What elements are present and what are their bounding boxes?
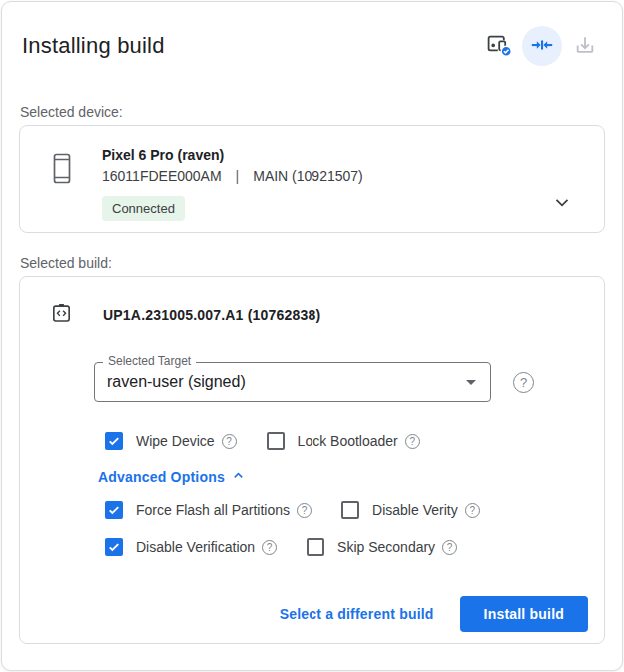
lock-bootloader-help-icon[interactable]: ? [405, 434, 420, 449]
wipe-device-label: Wipe Device [136, 433, 215, 449]
build-name: UP1A.231005.007.A1 (10762838) [103, 307, 320, 323]
smartphone-icon [50, 152, 74, 190]
footer-actions: Select a different build Install build [50, 596, 588, 632]
advanced-options-row-1: Force Flash all Partitions ? Disable Ver… [94, 501, 588, 519]
select-different-build-button[interactable]: Select a different build [280, 606, 434, 622]
dropdown-caret-icon [466, 380, 476, 385]
status-badge: Connected [102, 196, 185, 221]
build-head: UP1A.231005.007.A1 (10762838) [50, 301, 588, 329]
force-flash-label: Force Flash all Partitions [136, 502, 290, 518]
install-build-button[interactable]: Install build [460, 596, 588, 632]
device-serial-row: 16011FDEE000AM | MAIN (10921507) [102, 168, 363, 184]
advanced-options-label: Advanced Options [98, 469, 225, 485]
device-branch: MAIN (10921507) [253, 168, 363, 184]
chevron-up-icon [231, 468, 246, 486]
flash-button[interactable] [522, 26, 562, 66]
page-title: Installing build [22, 33, 165, 59]
device-connected-icon [486, 32, 513, 60]
selected-device-label: Selected device: [19, 104, 605, 120]
selected-target-value: raven-user (signed) [107, 373, 246, 391]
advanced-options-row-2: Disable Verification ? Skip Secondary ? [94, 538, 588, 556]
force-flash-option[interactable]: Force Flash all Partitions ? [105, 501, 312, 519]
target-field-row: Selected Target raven-user (signed) ? [94, 362, 588, 402]
lock-bootloader-checkbox[interactable] [267, 432, 285, 450]
header-icon-group [479, 26, 605, 66]
wipe-device-checkbox[interactable] [105, 432, 123, 450]
skip-secondary-checkbox[interactable] [307, 538, 324, 556]
advanced-options-toggle[interactable]: Advanced Options [98, 468, 246, 486]
device-connected-button[interactable] [479, 26, 519, 66]
build-code-icon [50, 301, 73, 329]
lock-bootloader-label: Lock Bootloader [298, 433, 398, 449]
device-name: Pixel 6 Pro (raven) [102, 147, 363, 163]
disable-verification-help-icon[interactable]: ? [262, 540, 277, 555]
disable-verity-option[interactable]: Disable Verity ? [341, 501, 480, 519]
disable-verification-option[interactable]: Disable Verification ? [105, 538, 277, 556]
installing-build-panel: Installing build [1, 1, 623, 671]
disable-verity-help-icon[interactable]: ? [465, 503, 480, 518]
chevron-down-icon[interactable] [550, 190, 574, 218]
selected-target-select[interactable]: Selected Target raven-user (signed) [94, 362, 491, 402]
basic-options-row: Wipe Device ? Lock Bootloader ? [94, 432, 588, 450]
wipe-device-help-icon[interactable]: ? [222, 434, 237, 449]
selected-build-label: Selected build: [19, 255, 605, 271]
header: Installing build [19, 26, 605, 66]
device-info: Pixel 6 Pro (raven) 16011FDEE000AM | MAI… [102, 147, 363, 221]
device-serial: 16011FDEE000AM [102, 168, 222, 184]
download-button[interactable] [565, 26, 605, 66]
wipe-device-option[interactable]: Wipe Device ? [105, 432, 237, 450]
force-flash-help-icon[interactable]: ? [297, 503, 312, 518]
build-card: UP1A.231005.007.A1 (10762838) Selected T… [19, 276, 605, 644]
download-icon [574, 34, 596, 59]
flash-icon [530, 33, 554, 60]
force-flash-checkbox[interactable] [105, 501, 123, 519]
selected-target-floating-label: Selected Target [103, 354, 196, 368]
disable-verification-checkbox[interactable] [105, 538, 123, 556]
serial-divider: | [236, 168, 240, 184]
lock-bootloader-option[interactable]: Lock Bootloader ? [267, 432, 420, 450]
target-help-icon[interactable]: ? [513, 372, 534, 393]
build-form: Selected Target raven-user (signed) ? Wi… [94, 362, 588, 556]
disable-verity-label: Disable Verity [372, 502, 458, 518]
disable-verification-label: Disable Verification [136, 539, 255, 555]
device-card: Pixel 6 Pro (raven) 16011FDEE000AM | MAI… [19, 125, 605, 233]
skip-secondary-label: Skip Secondary [337, 539, 435, 555]
skip-secondary-help-icon[interactable]: ? [442, 540, 457, 555]
disable-verity-checkbox[interactable] [341, 501, 359, 519]
skip-secondary-option[interactable]: Skip Secondary ? [307, 538, 457, 556]
